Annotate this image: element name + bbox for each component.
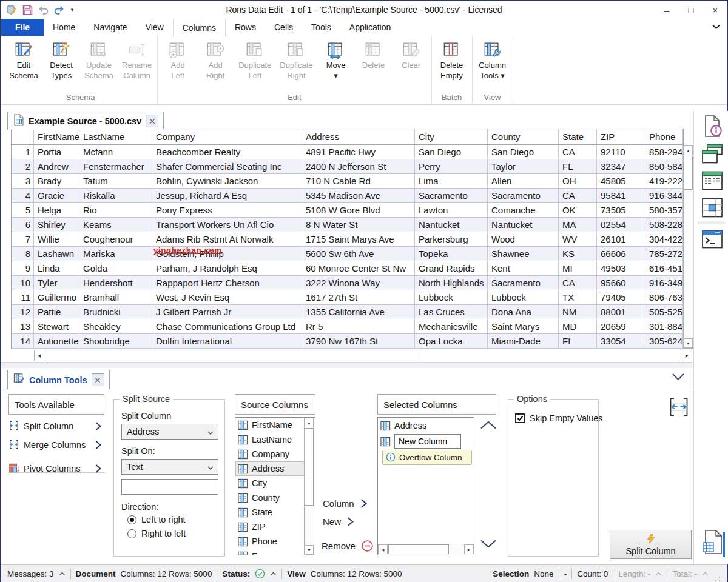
cell-lastname[interactable]: Rio [79, 203, 152, 218]
delete-empty-button[interactable]: Delete Empty [433, 37, 471, 81]
cell-county[interactable]: Allen [488, 174, 559, 189]
scroll-down-icon[interactable]: ▼ [305, 545, 314, 555]
status-messages[interactable]: Messages: 3 [7, 569, 54, 578]
cell-address[interactable]: 3222 Winona Way [302, 276, 415, 290]
column-tools-close-icon[interactable] [92, 373, 104, 386]
column-header-county[interactable]: County [488, 129, 559, 145]
row-number[interactable]: 8 [12, 247, 34, 261]
cell-lastname[interactable]: Golda [79, 261, 152, 276]
cell-firstname[interactable]: Antionette [34, 334, 79, 349]
cell-address[interactable]: 8 N Water St [302, 218, 415, 232]
cell-city[interactable]: Opa Locka [415, 334, 488, 349]
cell-address[interactable]: 5108 W Gore Blvd [302, 203, 415, 218]
merge-columns-tool[interactable]: Merge Columns [8, 437, 104, 453]
cell-county[interactable]: Sacramento [488, 189, 559, 203]
cell-city[interactable]: San Diego [415, 145, 488, 159]
row-number[interactable]: 11 [12, 290, 34, 305]
cell-firstname[interactable]: Brady [34, 174, 79, 189]
cell-address[interactable]: 5345 Madison Ave [302, 189, 415, 203]
save-icon[interactable] [21, 4, 33, 16]
cell-address[interactable]: 1617 27th St [302, 290, 415, 305]
cell-city[interactable]: Mechanicsville [415, 319, 488, 334]
overflow-column-pill[interactable]: Overflow Column [382, 450, 472, 465]
pivot-columns-tool[interactable]: Pivot Columns [8, 461, 104, 477]
cell-phone[interactable]: 419-222 [645, 174, 683, 189]
cell-company[interactable]: Shafer Commercial Seating Inc [152, 159, 302, 174]
scroll-up-icon[interactable]: ▲ [305, 418, 314, 427]
column-header-city[interactable]: City [415, 129, 488, 145]
scroll-left-icon[interactable]: ◀ [34, 350, 44, 361]
cell-company[interactable]: Beachcomber Realty [152, 145, 302, 159]
cell-city[interactable]: Perry [415, 159, 488, 174]
cell-state[interactable]: OK [559, 203, 597, 218]
row-number[interactable]: 5 [12, 203, 34, 218]
row-number[interactable]: 6 [12, 218, 34, 232]
cell-state[interactable]: CA [559, 276, 597, 290]
ribbon-collapse-icon[interactable] [712, 24, 721, 30]
cell-phone[interactable]: 616-451 [645, 261, 683, 276]
cell-zip[interactable]: 79405 [597, 290, 645, 305]
new-column-input[interactable] [394, 434, 461, 449]
tab-file[interactable]: File [1, 19, 44, 36]
cell-county[interactable]: Taylor [488, 159, 559, 174]
cell-company[interactable]: Dolfin International [152, 334, 302, 349]
cell-zip[interactable]: 95841 [597, 189, 645, 203]
qat-customize-icon[interactable]: ▾ [69, 4, 76, 16]
column-tools-tab[interactable]: Column Tools [7, 370, 110, 389]
cell-county[interactable]: Lubbock [488, 290, 559, 305]
tab-cells[interactable]: Cells [265, 19, 302, 36]
source-column-item[interactable]: E [235, 549, 315, 555]
split-text-input[interactable] [121, 479, 218, 495]
column-header-zip[interactable]: ZIP [597, 129, 645, 145]
cell-address[interactable]: 60 Monroe Center St Nw [302, 261, 415, 276]
selected-list-scrollbar[interactable]: ◀ ▶ [378, 544, 474, 555]
cell-state[interactable]: WV [559, 232, 597, 247]
cell-firstname[interactable]: Andrew [34, 159, 79, 174]
row-number[interactable]: 7 [12, 232, 34, 247]
cell-state[interactable]: FL [559, 159, 597, 174]
cell-zip[interactable]: 02554 [597, 218, 645, 232]
undo-icon[interactable] [37, 4, 49, 16]
row-number[interactable]: 14 [12, 334, 34, 349]
cell-address[interactable]: 3790 Nw 167th St [302, 334, 415, 349]
source-column-item[interactable]: Phone [235, 534, 315, 549]
cell-company[interactable]: Parham, J Randolph Esq [152, 261, 302, 276]
cascade-windows-icon[interactable] [701, 142, 724, 166]
cell-phone[interactable]: 850-584 [645, 159, 683, 174]
cell-firstname[interactable]: Guillermo [34, 290, 79, 305]
console-icon[interactable] [701, 227, 724, 250]
cell-zip[interactable]: 49503 [597, 261, 645, 276]
cell-company[interactable]: West, J Kevin Esq [152, 290, 302, 305]
cell-city[interactable]: Lima [415, 174, 488, 189]
cell-county[interactable]: Comanche [488, 203, 559, 218]
selected-column-item[interactable]: Address [378, 418, 474, 433]
cell-phone[interactable]: 304-422 [645, 232, 683, 247]
file-info-icon[interactable] [701, 115, 724, 138]
cell-firstname[interactable]: Shirley [34, 218, 79, 232]
cell-lastname[interactable]: Shoobridge [79, 334, 152, 349]
row-number[interactable]: 4 [12, 189, 34, 203]
split-on-select[interactable]: Text [121, 459, 218, 475]
cell-zip[interactable]: 20659 [597, 319, 645, 334]
add-column-button[interactable]: Column [323, 498, 368, 509]
document-tab[interactable]: Example Source - 5000.csv [7, 112, 164, 130]
tab-view[interactable]: View [136, 19, 173, 36]
document-tab-close-icon[interactable] [146, 115, 158, 127]
scroll-down-icon[interactable]: ▼ [684, 338, 693, 348]
edit-schema-button[interactable]: Edit Schema [5, 37, 42, 81]
cell-firstname[interactable]: Lashawn [34, 247, 79, 261]
cell-company[interactable]: Adams Rib Rstrnt At Norwalk [152, 232, 302, 247]
grid-horizontal-scrollbar[interactable]: ◀ ▶ [12, 350, 693, 362]
cell-zip[interactable]: 88001 [597, 305, 645, 319]
horizontal-scroll-thumb[interactable] [45, 350, 422, 361]
grid-vertical-scrollbar[interactable]: ▲ ▼ [683, 145, 693, 349]
cell-lastname[interactable]: Sheakley [79, 319, 152, 334]
row-number[interactable]: 1 [12, 145, 34, 159]
cell-zip[interactable]: 26101 [597, 232, 645, 247]
cell-county[interactable]: Dona Ana [488, 305, 559, 319]
cell-company[interactable]: Pony Express [152, 203, 302, 218]
cell-state[interactable]: MD [559, 319, 597, 334]
cell-state[interactable]: NM [559, 305, 597, 319]
source-column-item[interactable]: State [235, 505, 315, 520]
column-header-company[interactable]: Company [152, 129, 302, 145]
